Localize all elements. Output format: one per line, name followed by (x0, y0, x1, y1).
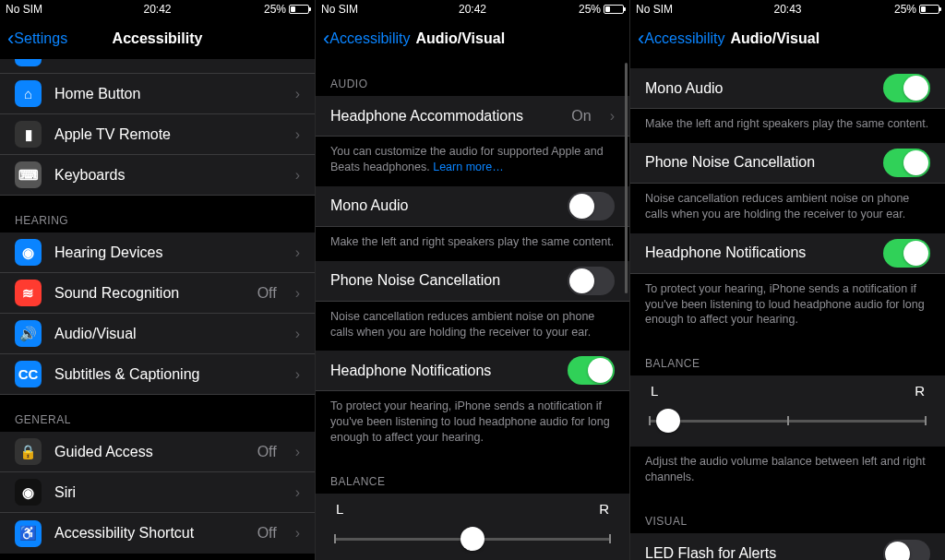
slider-knob[interactable] (461, 527, 484, 551)
settings-row[interactable]: ⌂Home Button› (0, 74, 315, 114)
row-label: LED Flash for Alerts (645, 545, 870, 560)
chevron-right-icon: › (295, 326, 300, 342)
section-footer: You can customize the audio for supporte… (316, 137, 629, 186)
section-header: BALANCE (316, 457, 629, 494)
chevron-right-icon: › (295, 444, 300, 460)
captions-icon: CC (18, 366, 39, 382)
sound-recognition-icon: ≋ (22, 285, 34, 302)
status-bar: No SIM20:4225% (0, 0, 315, 18)
settings-row[interactable]: LED Flash for Alerts (630, 533, 945, 560)
toggle-switch[interactable] (883, 540, 930, 561)
balance-slider: LR (316, 494, 629, 560)
row-label: Apple TV Remote (54, 126, 277, 143)
section-footer: Make the left and right speakers play th… (316, 227, 629, 261)
settings-row[interactable]: Headphone AccommodationsOn› (316, 96, 629, 137)
chevron-left-icon: ‹ (7, 29, 14, 49)
battery-percent: 25% (894, 3, 916, 16)
settings-row[interactable]: ◉Siri› (0, 472, 315, 513)
page-title: Audio/Visual (730, 30, 819, 47)
settings-row[interactable]: CCSubtitles & Captioning› (0, 354, 315, 395)
toggle-switch[interactable] (568, 267, 615, 295)
chevron-right-icon: › (295, 366, 300, 383)
row-icon: 🔊 (15, 320, 42, 347)
section-header: GENERAL (0, 395, 315, 432)
row-label: Mono Audio (330, 197, 555, 214)
balance-left-label: L (651, 383, 658, 399)
accessibility-icon: ♿ (19, 525, 37, 542)
slider-knob[interactable] (656, 409, 680, 433)
nav-bar: ‹AccessibilityAudio/Visual (630, 18, 945, 59)
settings-row[interactable]: Mono Audio (630, 68, 945, 109)
row-icon: ♿ (15, 520, 42, 547)
toggle-switch[interactable] (883, 74, 930, 102)
row-label: Phone Noise Cancellation (645, 154, 870, 171)
keyboard-icon: ⌨ (18, 167, 39, 184)
settings-row[interactable]: 🔊Audio/Visual› (0, 314, 315, 354)
battery-indicator: 25% (579, 3, 624, 16)
row-label: Keyboards (54, 167, 277, 184)
section-footer: To protect your hearing, iPhone sends a … (630, 274, 945, 340)
settings-row[interactable]: ⌨Keyboards› (0, 155, 315, 196)
settings-row[interactable]: Mono Audio (316, 186, 629, 227)
balance-left-label: L (336, 501, 343, 517)
learn-more-link[interactable]: Learn more… (433, 161, 503, 173)
scroll-content[interactable]: ›⌂Home Button›▮Apple TV Remote›⌨Keyboard… (0, 59, 315, 560)
battery-indicator: 25% (894, 3, 939, 16)
row-value: Off (257, 285, 277, 302)
settings-row[interactable]: Headphone Notifications (630, 233, 945, 274)
settings-row[interactable]: 🔒Guided AccessOff› (0, 432, 315, 472)
toggle-switch[interactable] (883, 149, 930, 177)
chevron-right-icon: › (295, 484, 300, 501)
section-footer: Adjust the audio volume balance between … (630, 447, 945, 496)
slider-track[interactable] (334, 526, 611, 552)
row-icon: ≋ (15, 280, 42, 306)
scroll-content[interactable]: AUDIOHeadphone AccommodationsOn›You can … (316, 59, 629, 560)
back-button[interactable]: ‹Accessibility (323, 29, 410, 49)
page-title: Audio/Visual (415, 30, 505, 47)
settings-row[interactable]: Phone Noise Cancellation (630, 143, 945, 184)
settings-row[interactable]: ≋Sound RecognitionOff› (0, 273, 315, 314)
carrier-label: No SIM (6, 3, 42, 16)
row-label: Accessibility Shortcut (54, 525, 245, 542)
battery-percent: 25% (579, 3, 601, 16)
section-footer: To protect your hearing, iPhone sends a … (316, 391, 629, 457)
ear-icon: ◉ (22, 244, 34, 261)
chevron-right-icon: › (295, 244, 300, 261)
battery-percent: 25% (264, 3, 286, 16)
settings-row[interactable]: ▮Apple TV Remote› (0, 114, 315, 155)
carrier-label: No SIM (321, 3, 358, 16)
toggle-switch[interactable] (568, 192, 615, 220)
chevron-right-icon: › (295, 86, 300, 102)
status-bar: No SIM20:4225% (316, 0, 629, 18)
settings-row[interactable]: Phone Noise Cancellation (316, 261, 629, 302)
screenshot-pane: No SIM20:4325%‹AccessibilityAudio/Visual… (630, 0, 945, 560)
back-button[interactable]: ‹Accessibility (638, 29, 724, 49)
status-bar: No SIM20:4325% (630, 0, 945, 18)
back-label: Accessibility (644, 30, 724, 47)
back-button[interactable]: ‹Settings (7, 29, 67, 49)
settings-row[interactable]: ◉Hearing Devices› (0, 232, 315, 273)
battery-indicator: 25% (264, 3, 309, 16)
back-label: Settings (14, 30, 67, 47)
chevron-left-icon: ‹ (638, 29, 644, 49)
toggle-switch[interactable] (568, 356, 615, 385)
settings-row[interactable]: ♿Accessibility ShortcutOff› (0, 513, 315, 554)
settings-row[interactable]: › (0, 59, 315, 74)
chevron-right-icon: › (295, 285, 300, 302)
toggle-switch[interactable] (883, 239, 930, 268)
section-header: VISUAL (630, 496, 945, 533)
settings-row[interactable]: Headphone Notifications (316, 351, 629, 391)
tv-remote-icon: ▮ (25, 126, 32, 143)
scroll-content[interactable]: Mono AudioMake the left and right speake… (630, 59, 945, 560)
slider-track[interactable] (649, 408, 927, 434)
balance-slider: LR (630, 375, 945, 447)
row-label: Subtitles & Captioning (54, 366, 277, 383)
section-footer: Make the left and right speakers play th… (630, 109, 945, 143)
row-value: On (571, 108, 591, 125)
row-icon: 🔒 (15, 438, 42, 465)
row-label: Phone Noise Cancellation (330, 272, 555, 289)
row-icon: ⌨ (15, 161, 42, 188)
row-label: Audio/Visual (54, 326, 277, 342)
siri-icon: ◉ (22, 484, 34, 501)
house-icon: ⌂ (24, 86, 32, 101)
